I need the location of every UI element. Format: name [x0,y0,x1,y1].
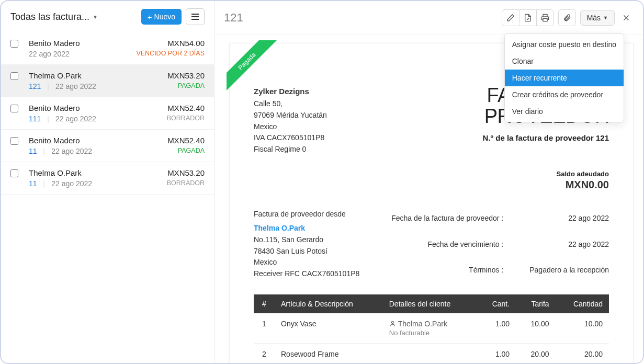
vendor-address-line: 78430 San Luis Potosí [254,246,376,257]
hamburger-icon [191,14,199,20]
table-header-cell: # [254,294,275,313]
item-name: Onyx Vase [275,313,383,344]
vendor-address-line: Mexico [254,257,376,268]
row-vendor-name: Thelma O.Park [29,168,92,177]
list-row[interactable]: Benito Madero 111|22 ago 2022 MXN52.40 B… [1,97,214,130]
dropdown-item[interactable]: Asignar coste puesto en destino [505,36,624,53]
row-number: 111 [29,115,41,123]
meta-value: 22 ago 2022 [529,240,609,248]
app-container: Todas las factura... ▼ + Nuevo Benito Ma… [0,0,644,364]
detail-actions: Más ▼ [502,9,634,26]
list-header-actions: + Nuevo [141,8,205,25]
dropdown-item[interactable]: Hacer recurrente [505,70,624,86]
row-vendor-name: Benito Madero [29,136,92,145]
row-checkbox-wrapper [10,169,18,188]
detail-header: 121 Más ▼ [214,1,643,35]
row-checkbox[interactable] [10,169,18,177]
row-body: Thelma O.Park 121|22 ago 2022 MXN53.20 P… [29,71,205,90]
item-qty: 1.00 [478,343,516,363]
table-row: 1 Onyx Vase Thelma O.ParkNo facturable 1… [254,313,609,344]
no-billable-label: No facturable [389,329,471,337]
item-name: Rosewood Frame [275,343,383,363]
svg-point-1 [391,321,393,323]
vendor-address-line: No.115, San Gerardo [254,234,376,246]
item-amount: 20.00 [556,343,609,363]
list-row[interactable]: Thelma O.Park 121|22 ago 2022 MXN53.20 P… [1,65,214,97]
row-checkbox[interactable] [10,72,18,80]
item-client: Thelma O.ParkNo facturable [383,313,478,344]
paperclip-icon [563,14,571,22]
balance-amount: MXN0.00 [254,179,609,191]
document-number: N.º de la factura de proveedor 121 [483,133,609,142]
more-button[interactable]: Más ▼ [580,10,615,26]
status-ribbon: Pagada [227,40,284,98]
detail-invoice-id: 121 [224,11,243,25]
meta-key: Fecha de la factura de proveedor : [391,214,503,222]
list-row[interactable]: Benito Madero 22 ago 2022 MXN54.00 VENCI… [1,32,214,65]
row-status: VENCIDO POR 2 DÍAS [136,50,205,57]
bill-from-header: Factura de proveedor desde [254,209,376,220]
row-checkbox[interactable] [10,40,18,48]
table-header-cell: Artículo & Descripción [275,294,383,313]
dropdown-item[interactable]: Crear créditos de proveedor [505,86,624,103]
meta-grid: Fecha de la factura de proveedor :22 ago… [391,209,609,280]
item-index: 1 [254,313,275,344]
vendor-address-line: Receiver RFC CACX7605101P8 [254,268,376,280]
meta-value: 22 ago 2022 [529,214,609,222]
company-address-line: Calle 50, [254,98,327,110]
list-row[interactable]: Benito Madero 11|22 ago 2022 MXN52.40 PA… [1,130,214,162]
meta-section: Factura de proveedor desde Thelma O.Park… [254,209,609,280]
list-menu-button[interactable] [186,8,205,25]
row-date: 22 ago 2022 [29,50,70,58]
print-button[interactable] [536,9,554,26]
row-checkbox[interactable] [10,137,18,145]
company-address-line: IVA CACX7605101P8 [254,132,327,144]
new-invoice-button[interactable]: + Nuevo [141,9,182,25]
row-date: 22 ago 2022 [55,115,96,123]
row-body: Thelma O.Park 11|22 ago 2022 MXN53.20 BO… [29,168,205,188]
dropdown-item[interactable]: Ver diario [505,103,624,120]
row-amount: MXN52.40 [167,136,205,145]
list-title-dropdown[interactable]: Todas las factura... ▼ [10,12,98,22]
company-address-line: Fiscal Regime 0 [254,144,327,155]
close-icon [622,13,631,22]
new-button-label: Nuevo [154,13,175,21]
row-checkbox-wrapper [10,105,18,123]
item-amount: 10.00 [556,313,609,344]
pencil-icon [506,14,515,22]
row-checkbox-wrapper [10,137,18,155]
table-header-cell: Detalles del cliente [383,294,478,313]
attachment-button[interactable] [558,9,576,26]
client-name: Thelma O.Park [398,320,447,328]
printer-icon [541,14,549,22]
vendor-link[interactable]: Thelma O.Park [254,224,305,232]
plus-icon: + [148,13,152,21]
row-vendor-name: Benito Madero [29,104,96,112]
invoice-detail-panel: 121 Más ▼ [214,1,643,363]
row-status: PAGADA [167,147,205,154]
row-amount: MXN53.20 [167,168,205,177]
item-index: 2 [254,343,275,363]
row-vendor-name: Benito Madero [29,39,80,48]
item-qty: 1.00 [478,313,516,344]
row-status: BORRADOR [167,115,205,122]
company-address-line: Mexico [254,121,327,133]
row-amount: MXN54.00 [136,39,205,48]
invoice-list: Benito Madero 22 ago 2022 MXN54.00 VENCI… [1,32,214,363]
meta-key: Fecha de vencimiento : [391,240,503,248]
pdf-button[interactable] [519,9,537,26]
more-button-label: Más [587,14,601,22]
table-header-cell: Cant. [478,294,516,313]
list-header: Todas las factura... ▼ + Nuevo [1,1,214,32]
row-body: Benito Madero 22 ago 2022 MXN54.00 VENCI… [29,39,205,58]
row-checkbox[interactable] [10,105,18,112]
close-button[interactable] [619,10,634,25]
edit-button[interactable] [502,9,519,26]
list-row[interactable]: Thelma O.Park 11|22 ago 2022 MXN53.20 BO… [1,162,214,195]
bill-from-block: Factura de proveedor desde Thelma O.Park… [254,209,376,280]
caret-down-icon: ▼ [93,14,98,20]
row-amount: MXN53.20 [167,71,205,80]
list-title-text: Todas las factura... [10,12,89,22]
dropdown-item[interactable]: Clonar [505,53,624,70]
row-number: 11 [29,147,37,155]
